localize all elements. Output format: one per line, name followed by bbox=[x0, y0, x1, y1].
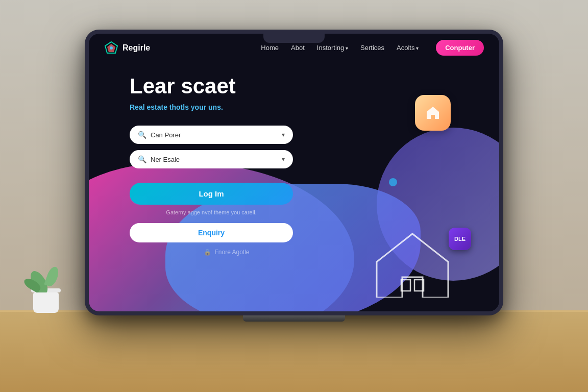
svg-point-4 bbox=[110, 46, 113, 50]
chevron-down-icon-1: ▾ bbox=[282, 131, 285, 138]
desk-top bbox=[0, 310, 588, 392]
tablet: DLE bbox=[85, 30, 503, 315]
search-icon-2: 🔍 bbox=[138, 155, 146, 163]
nav-acolts[interactable]: Acolts bbox=[397, 44, 419, 52]
search-box-1[interactable]: 🔍 Can Porer ▾ bbox=[130, 126, 293, 144]
desk-surface: DLE bbox=[0, 0, 588, 392]
nav-services[interactable]: Sertices bbox=[360, 44, 384, 52]
house-outline-decoration bbox=[372, 226, 453, 298]
nav-home[interactable]: Home bbox=[261, 44, 279, 52]
nav-instorting[interactable]: Instorting bbox=[317, 44, 348, 52]
logo: Regirle bbox=[104, 41, 150, 55]
search-text-2: Ner Esale bbox=[151, 156, 278, 163]
search-text-1: Can Porer bbox=[151, 131, 278, 139]
lock-icon: 🔒 bbox=[204, 249, 211, 256]
blue-dot-decoration bbox=[389, 178, 397, 186]
dle-badge: DLE bbox=[449, 228, 471, 250]
tablet-wrapper: DLE bbox=[85, 30, 503, 322]
login-button[interactable]: Log Im bbox=[130, 183, 293, 205]
search-icon-1: 🔍 bbox=[138, 131, 146, 139]
footer-link[interactable]: 🔒 Fnore Agotle bbox=[130, 249, 324, 256]
plant-decoration bbox=[31, 250, 61, 313]
tablet-stand bbox=[243, 315, 345, 322]
screen: DLE bbox=[89, 34, 499, 311]
logo-icon bbox=[104, 41, 118, 55]
nav-about[interactable]: Abot bbox=[291, 44, 305, 52]
house-app-icon bbox=[415, 95, 451, 131]
caption-text: Gaterny agge nvof theme you carell. bbox=[130, 209, 293, 216]
enquiry-button[interactable]: Enquiry bbox=[130, 223, 293, 242]
tablet-notch bbox=[263, 34, 325, 43]
logo-text: Regirle bbox=[122, 43, 150, 53]
hero-subtitle: Real estate thotls your uns. bbox=[130, 103, 324, 111]
chevron-down-icon-2: ▾ bbox=[282, 156, 285, 163]
main-content: Lear scaet Real estate thotls your uns. … bbox=[130, 75, 324, 256]
search-box-2[interactable]: 🔍 Ner Esale ▾ bbox=[130, 150, 293, 168]
hero-title: Lear scaet bbox=[130, 75, 324, 98]
footer-link-text: Fnore Agotle bbox=[214, 249, 249, 256]
nav-cta-button[interactable]: Conputer bbox=[436, 40, 484, 56]
